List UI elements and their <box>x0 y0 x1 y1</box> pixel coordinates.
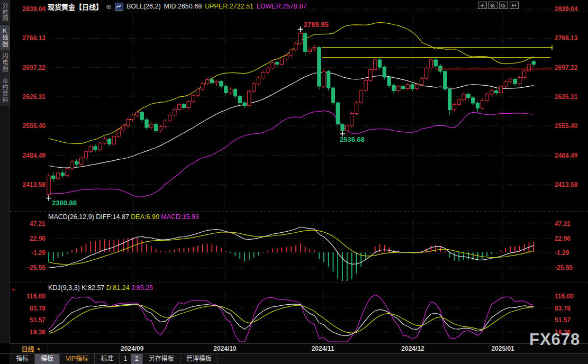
svg-text:2413.58: 2413.58 <box>555 181 578 188</box>
sidebar-tab-0[interactable]: 分时图 <box>0 0 10 24</box>
period-arrow-icon: ▲ <box>37 346 41 351</box>
svg-text:51.57: 51.57 <box>555 316 571 324</box>
svg-text:2789.95: 2789.95 <box>304 21 329 29</box>
svg-text:19.36: 19.36 <box>30 329 46 336</box>
svg-text:2697.22: 2697.22 <box>555 64 578 71</box>
shift-right-icon[interactable] <box>510 2 519 9</box>
toolbar-tab-7[interactable]: 管理模板 <box>180 354 218 364</box>
period-selector[interactable]: 日线 ▲ <box>15 344 48 353</box>
svg-text:116.00: 116.00 <box>26 293 46 300</box>
chart-header: 现货黄金【日线】 ⊕ BOLL(26,2) MID:2650.69 UPPER:… <box>48 1 306 12</box>
sidebar-tab-3[interactable]: 合约资料 <box>0 75 10 106</box>
toolbar-tab-5[interactable]: 2 <box>131 354 143 364</box>
svg-text:47.21: 47.21 <box>555 220 571 228</box>
svg-text:-1.29: -1.29 <box>555 249 569 257</box>
line-chart-icon[interactable] <box>115 3 123 11</box>
svg-text:2555.40: 2555.40 <box>555 122 578 130</box>
boll-mid-value: MID:2650.69 <box>164 3 202 10</box>
macd-label[interactable]: MACD(26,12,9) <box>48 213 94 221</box>
toolbar-tab-3[interactable]: 标准 <box>95 354 120 364</box>
svg-text:51.57: 51.57 <box>30 316 46 324</box>
instrument-title: 现货黄金【日线】 <box>48 2 103 12</box>
x-axis-label-1: 2024/10 <box>213 345 236 352</box>
toolbar-tab-2[interactable]: VIP指标 <box>60 354 95 364</box>
svg-text:2626.31: 2626.31 <box>555 93 578 101</box>
svg-text:22.96: 22.96 <box>30 235 46 242</box>
toolbar-tab-4[interactable]: 1 <box>120 354 131 364</box>
pan-icon[interactable] <box>478 2 487 9</box>
chart-window-icons <box>478 2 519 9</box>
left-tab-rail: 分时图K线图闪电图合约资料 <box>0 0 10 343</box>
svg-text:2697.22: 2697.22 <box>23 64 46 71</box>
svg-text:2484.49: 2484.49 <box>23 152 46 159</box>
x-axis-label-4: 2025/01 <box>491 345 514 352</box>
svg-text:47.21: 47.21 <box>30 220 46 228</box>
toolbar-corner <box>0 354 10 364</box>
chart-canvas[interactable]: 2839.042839.042768.132768.132697.222697.… <box>0 0 588 364</box>
macd-panel-header: MACD(26,12,9) DIFF:14.87 DEA:6.90 MACD:1… <box>48 213 199 221</box>
fit-horizontal-icon[interactable] <box>499 2 508 9</box>
svg-text:2413.58: 2413.58 <box>23 181 46 188</box>
svg-text:116.00: 116.00 <box>555 293 574 300</box>
macd-macd-value: MACD:15.93 <box>161 213 199 221</box>
toolbar-tab-1[interactable]: 模板 <box>35 354 60 364</box>
svg-text:2839.04: 2839.04 <box>555 5 578 13</box>
svg-text:2536.68: 2536.68 <box>340 135 365 143</box>
add-instrument-icon[interactable]: ⊕ <box>106 3 112 11</box>
svg-text:22.96: 22.96 <box>555 235 571 242</box>
trading-app-window: 2839.042839.042768.132768.132697.222697.… <box>0 0 588 364</box>
svg-text:-25.55: -25.55 <box>28 264 46 271</box>
bottom-toolbar: 指标模板VIP指标标准12另存模板管理模板 <box>0 353 588 364</box>
sidebar-tab-1[interactable]: K线图 <box>0 25 10 50</box>
svg-text:2484.49: 2484.49 <box>555 152 578 159</box>
svg-text:83.78: 83.78 <box>30 305 46 312</box>
svg-text:2380.88: 2380.88 <box>52 199 77 207</box>
fit-vertical-icon[interactable] <box>489 2 497 9</box>
kdj-label[interactable]: KDJ(9,3,3) <box>48 284 80 292</box>
kdj-j-value: J:85.25 <box>131 284 153 292</box>
x-axis-label-0: 2024/09 <box>121 345 143 352</box>
svg-text:2768.13: 2768.13 <box>23 34 46 42</box>
macd-dea-value: DEA:6.90 <box>131 213 159 221</box>
kdj-k-value: K:82.57 <box>82 284 104 292</box>
x-axis-label-2: 2024/11 <box>312 345 334 352</box>
toolbar-tab-6[interactable]: 另存模板 <box>143 354 180 364</box>
boll-lower-value: LOWER:2578.87 <box>257 3 307 10</box>
svg-text:-25.55: -25.55 <box>555 264 573 271</box>
svg-text:83.78: 83.78 <box>555 305 571 312</box>
kdj-d-value: D:81.24 <box>106 284 130 292</box>
kdj-panel-header: KDJ(9,3,3) K:82.57 D:81.24 J:85.25 <box>48 284 153 292</box>
svg-text:2768.13: 2768.13 <box>555 34 578 42</box>
sidebar-tab-2[interactable]: 闪电图 <box>0 50 10 75</box>
time-axis-row: 日线 ▲ 2024/092024/102024/112024/122025/01 <box>10 343 588 354</box>
macd-diff-value: DIFF:14.87 <box>96 213 129 221</box>
svg-text:2626.31: 2626.31 <box>23 93 46 101</box>
boll-upper-value: UPPER:2722.51 <box>205 3 254 10</box>
brand-watermark: FX678 <box>529 330 580 349</box>
boll-label[interactable]: BOLL(26,2) <box>126 3 161 10</box>
x-axis-label-3: 2024/12 <box>401 345 424 352</box>
svg-text:2555.40: 2555.40 <box>23 122 46 130</box>
svg-text:-1.29: -1.29 <box>31 249 46 257</box>
kdj-alert-icon: ☀ <box>11 287 15 293</box>
period-label: 日线 <box>22 344 34 353</box>
toolbar-tab-0[interactable]: 指标 <box>10 354 35 364</box>
svg-text:2839.04: 2839.04 <box>23 5 46 13</box>
